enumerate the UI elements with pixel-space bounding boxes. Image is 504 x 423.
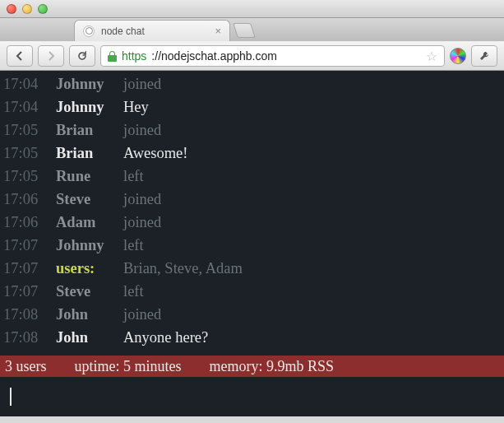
system-text: left bbox=[123, 165, 144, 188]
close-tab-icon[interactable]: × bbox=[215, 25, 221, 37]
window-bottom-border bbox=[0, 416, 504, 423]
timestamp: 17:07 bbox=[3, 257, 44, 280]
nickname: Adam bbox=[56, 211, 112, 234]
browser-toolbar: https ://nodejschat.apphb.com ☆ bbox=[0, 41, 504, 71]
timestamp: 17:06 bbox=[3, 211, 44, 234]
wrench-icon bbox=[479, 50, 490, 62]
status-uptime: uptime: 5 minutes bbox=[75, 358, 182, 375]
log-row: 17:05Runeleft bbox=[3, 165, 504, 188]
nickname: Rune bbox=[56, 165, 112, 188]
nickname: John bbox=[56, 303, 112, 326]
chat-log: 17:04Johnnyjoined17:04JohnnyHey17:05Bria… bbox=[0, 71, 504, 356]
address-bar[interactable]: https ://nodejschat.apphb.com ☆ bbox=[100, 45, 445, 67]
system-text: Brian, Steve, Adam bbox=[123, 257, 243, 280]
back-button[interactable] bbox=[7, 45, 33, 67]
tab-strip: node chat × bbox=[0, 18, 504, 41]
arrow-left-icon bbox=[15, 51, 25, 61]
system-text: left bbox=[123, 234, 144, 257]
reload-button[interactable] bbox=[69, 45, 95, 67]
timestamp: 17:05 bbox=[3, 142, 44, 165]
log-row: 17:04JohnnyHey bbox=[3, 95, 504, 119]
reload-icon bbox=[76, 50, 88, 62]
nickname: John bbox=[56, 326, 112, 349]
nickname: Johnny bbox=[56, 95, 112, 119]
nickname: Steve bbox=[56, 188, 112, 211]
system-text: joined bbox=[123, 119, 161, 142]
system-text: joined bbox=[123, 211, 161, 234]
log-row: 17:04Johnnyjoined bbox=[3, 72, 504, 95]
wrench-menu-button[interactable] bbox=[471, 45, 497, 67]
message-text: Awesome! bbox=[123, 142, 187, 165]
timestamp: 17:06 bbox=[3, 188, 44, 211]
nickname: Johnny bbox=[56, 234, 112, 257]
timestamp: 17:07 bbox=[3, 234, 44, 257]
log-row: 17:06Stevejoined bbox=[3, 188, 504, 211]
bookmark-star-icon[interactable]: ☆ bbox=[426, 49, 437, 64]
tab-title: node chat bbox=[101, 26, 145, 37]
window-titlebar bbox=[0, 0, 504, 18]
timestamp: 17:04 bbox=[3, 72, 44, 95]
log-row: 17:05Brianjoined bbox=[3, 119, 504, 142]
nickname: Brian bbox=[56, 142, 112, 165]
system-text: joined bbox=[123, 72, 161, 95]
traffic-lights bbox=[7, 4, 48, 14]
chat-input[interactable] bbox=[0, 377, 504, 416]
browser-tab[interactable]: node chat × bbox=[74, 20, 230, 41]
nickname: Johnny bbox=[56, 72, 112, 95]
log-row: 17:07users:Brian, Steve, Adam bbox=[3, 257, 504, 280]
page-content: 17:04Johnnyjoined17:04JohnnyHey17:05Bria… bbox=[0, 71, 504, 416]
globe-icon bbox=[83, 26, 95, 37]
nickname: users: bbox=[56, 257, 112, 280]
arrow-right-icon bbox=[46, 51, 56, 61]
status-bar: 3 users uptime: 5 minutes memory: 9.9mb … bbox=[0, 356, 504, 377]
log-row: 17:06Adamjoined bbox=[3, 211, 504, 234]
log-row: 17:07Johnnyleft bbox=[3, 234, 504, 257]
text-caret bbox=[10, 388, 12, 406]
log-row: 17:07Steveleft bbox=[3, 280, 504, 303]
close-window-button[interactable] bbox=[7, 4, 16, 14]
timestamp: 17:08 bbox=[3, 326, 44, 349]
zoom-window-button[interactable] bbox=[38, 4, 48, 14]
log-row: 17:05BrianAwesome! bbox=[3, 142, 504, 165]
status-users: 3 users bbox=[5, 358, 47, 375]
timestamp: 17:05 bbox=[3, 119, 44, 142]
system-text: left bbox=[123, 280, 144, 303]
log-row: 17:08Johnjoined bbox=[3, 303, 504, 326]
nickname: Brian bbox=[56, 119, 112, 142]
minimize-window-button[interactable] bbox=[22, 4, 32, 14]
nickname: Steve bbox=[56, 280, 112, 303]
extension-icon[interactable] bbox=[450, 48, 466, 64]
timestamp: 17:07 bbox=[3, 280, 44, 303]
status-memory: memory: 9.9mb RSS bbox=[210, 358, 335, 375]
timestamp: 17:05 bbox=[3, 165, 44, 188]
message-text: Anyone here? bbox=[123, 326, 208, 349]
timestamp: 17:04 bbox=[3, 95, 44, 119]
message-text: Hey bbox=[123, 95, 149, 119]
new-tab-button[interactable] bbox=[233, 23, 256, 38]
url-host: ://nodejschat.apphb.com bbox=[151, 49, 277, 63]
forward-button[interactable] bbox=[38, 45, 64, 67]
lock-icon bbox=[108, 51, 117, 62]
url-scheme: https bbox=[122, 49, 146, 63]
timestamp: 17:08 bbox=[3, 303, 44, 326]
system-text: joined bbox=[123, 188, 161, 211]
system-text: joined bbox=[123, 303, 161, 326]
log-row: 17:08JohnAnyone here? bbox=[3, 326, 504, 349]
